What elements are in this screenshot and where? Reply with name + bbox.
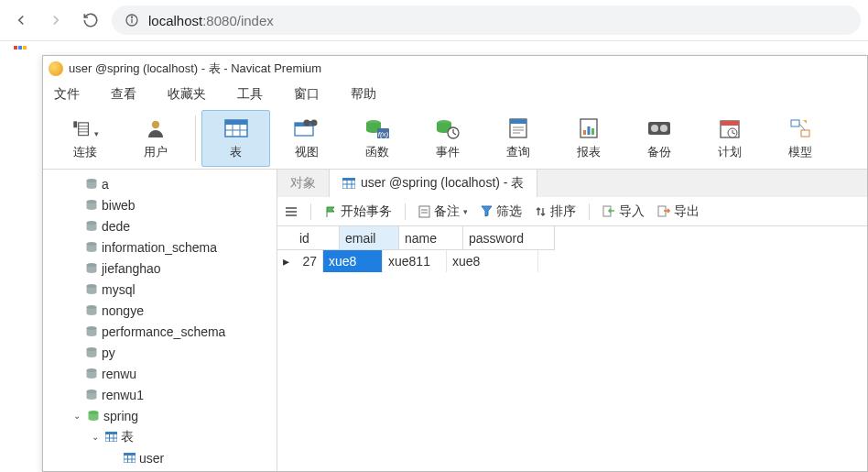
sort-button[interactable]: 排序 [535,203,576,220]
svg-rect-18 [309,121,312,123]
site-info-icon[interactable] [125,13,139,27]
svg-line-45 [799,124,805,130]
toolbar-function[interactable]: f(x) 函数 [342,110,411,167]
column-email[interactable]: email [340,226,399,250]
menu-view[interactable]: 查看 [105,83,142,105]
sort-icon [535,205,547,217]
database-icon [85,220,98,232]
toolbar-connection[interactable]: ▾ 连接 [50,110,119,167]
tree-database[interactable]: nongye [43,300,277,321]
import-button[interactable]: 导入 [602,203,645,220]
menu-file[interactable]: 文件 [49,83,85,105]
svg-rect-44 [801,130,809,137]
database-icon [85,178,98,190]
tree-database[interactable]: biweb [43,194,277,215]
navicat-window: user @spring (localhost) - 表 - Navicat P… [42,55,868,472]
url-path: :8080/index [202,13,274,28]
table-row[interactable]: ▸ 27 xue8 xue811 xue8 [277,250,867,272]
database-icon [85,346,98,358]
svg-rect-60 [105,432,117,434]
menu-window[interactable]: 窗口 [288,83,325,105]
tree-database[interactable]: performance_schema [43,321,277,342]
column-name[interactable]: name [399,226,463,250]
menu-help[interactable]: 帮助 [345,83,382,105]
svg-rect-27 [510,119,526,124]
window-title: user @spring (localhost) - 表 - Navicat P… [69,60,321,77]
flag-icon [324,205,337,218]
start-transaction-button[interactable]: 开始事务 [324,203,392,220]
toolbar-model[interactable]: 模型 [765,110,834,167]
toolbar-query[interactable]: 查询 [483,110,552,167]
tree-tables-group[interactable]: ⌄表 [43,426,277,447]
tree-database-open[interactable]: ⌄spring [43,405,277,426]
toolbar-report[interactable]: 报表 [554,110,623,167]
titlebar[interactable]: user @spring (localhost) - 表 - Navicat P… [43,56,867,82]
tree-item-label: performance_schema [102,324,225,339]
tree-database[interactable]: information_schema [43,236,277,258]
menu-favorites[interactable]: 收藏夹 [162,83,212,105]
svg-rect-33 [587,126,590,135]
reload-button[interactable] [77,6,104,34]
forward-button[interactable] [42,6,70,34]
svg-rect-39 [721,121,739,126]
url-host: localhost [148,13,202,28]
tree-database[interactable]: dede [43,215,277,236]
column-id[interactable]: id [294,226,340,250]
tab-objects[interactable]: 对象 [277,170,330,197]
filter-button[interactable]: 筛选 [481,203,522,220]
toolbar-backup[interactable]: 备份 [624,110,693,167]
cell-id[interactable]: 27 [294,250,323,272]
tab-strip: 对象 user @spring (localhost) - 表 [277,170,867,197]
tree-database[interactable]: py [43,342,277,363]
memo-button[interactable]: 备注 ▾ [418,203,468,220]
grid-header: id email name password [277,226,867,250]
collapse-icon[interactable]: ⌄ [71,411,83,421]
url-bar[interactable]: localhost:8080/index [112,5,861,35]
back-button[interactable] [7,6,35,34]
tree-item-label: dede [102,219,130,234]
toolbar-user[interactable]: 用户 [121,110,190,167]
tree-item-label: user [139,451,164,466]
tree-database[interactable]: renwu [43,363,277,384]
content-pane: 对象 user @spring (localhost) - 表 开始事务 备注 [277,170,867,471]
svg-rect-43 [791,120,799,126]
toolbar: ▾ 连接 用户 表 视图 f(x) 函数 事件 查询 报表 [43,107,867,170]
column-password[interactable]: password [463,226,555,250]
funnel-icon [481,205,493,217]
export-button[interactable]: 导出 [657,203,700,220]
cell-email[interactable]: xue8 [323,250,383,272]
svg-point-36 [651,125,658,132]
database-icon [87,410,100,422]
data-grid[interactable]: id email name password ▸ 27 xue8 xue811 … [277,226,867,272]
menu-toggle-button[interactable] [285,206,298,217]
toolbar-view[interactable]: 视图 [272,110,341,167]
tree-database[interactable]: a [43,173,277,194]
database-tree[interactable]: abiwebdedeinformation_schemajiefanghaomy… [43,170,277,471]
toolbar-divider [195,115,196,161]
row-indicator-icon: ▸ [277,250,294,272]
cell-password[interactable]: xue8 [447,250,538,272]
database-icon [85,199,98,211]
toolbar-table[interactable]: 表 [201,110,270,167]
table-icon [105,432,117,442]
svg-rect-65 [124,453,136,456]
svg-rect-10 [225,120,247,125]
tree-table[interactable]: user [43,447,277,468]
tree-item-label: py [102,346,115,360]
tree-database[interactable]: mysql [43,279,277,300]
apps-icon[interactable] [0,41,868,54]
toolbar-event[interactable]: 事件 [413,110,482,167]
cell-name[interactable]: xue811 [383,250,447,272]
menu-tools[interactable]: 工具 [232,83,268,105]
tree-item-label: information_schema [102,240,217,255]
tree-database[interactable]: jiefanghao [43,258,277,279]
tree-database[interactable]: renwu1 [43,384,277,405]
svg-point-2 [131,16,132,17]
import-icon [602,205,615,217]
toolbar-schedule[interactable]: 计划 [695,110,764,167]
tab-table-editor[interactable]: user @spring (localhost) - 表 [330,170,537,197]
collapse-icon[interactable]: ⌄ [89,432,102,442]
svg-rect-34 [591,128,594,135]
browser-toolbar: localhost:8080/index [0,0,868,41]
tree-item-label: nongye [102,303,144,318]
